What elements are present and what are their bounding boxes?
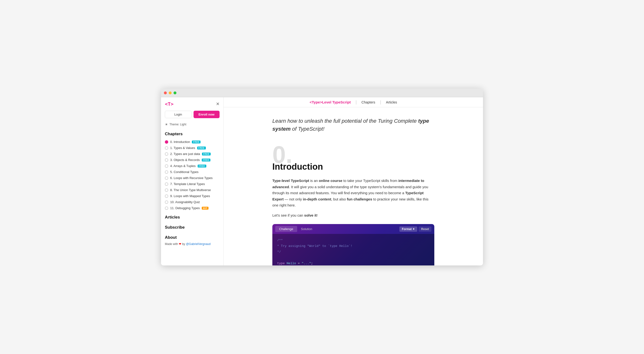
chapter-label: 9. Loops with Mapped Types — [170, 194, 210, 198]
code-line: type Hello = "..."; — [277, 261, 430, 265]
chapter-radio — [165, 158, 168, 162]
close-button[interactable]: ✕ — [216, 101, 220, 107]
chapter-item-8[interactable]: 8. The Union Type Multiverse — [165, 187, 220, 193]
code-line: */ — [277, 249, 430, 255]
chapter-item-3[interactable]: 3. Objects & RecordsFREE — [165, 157, 220, 163]
theme-label: Theme: Light — [170, 123, 186, 126]
sidebar-header: <T> ✕ — [165, 101, 220, 107]
editor-tabs: Challenge Solution Format ✦ Reset — [272, 224, 434, 234]
chapter-badge: FREE — [202, 153, 211, 156]
chapter-label: 1. Types & Values — [170, 146, 195, 150]
about-heading: About — [165, 235, 220, 240]
chapter-radio — [165, 188, 168, 192]
code-line: * Try assigning "World" to `type Hello`! — [277, 244, 430, 249]
theme-icon: ☀ — [165, 123, 168, 126]
chapter-label: 2. Types are just data — [170, 152, 200, 156]
chapter-radio — [165, 152, 168, 156]
chapter-item-6[interactable]: 6. Loops with Recursive Types — [165, 175, 220, 181]
chapter-radio — [165, 200, 168, 204]
nav-link-articles[interactable]: Articles — [386, 100, 397, 104]
nav-link-chapters[interactable]: Chapters — [362, 100, 375, 104]
chapter-label: 10. Assignability Quiz — [170, 200, 200, 204]
heart-icon: ❤ — [179, 242, 181, 246]
chapter-label: 11. Debugging Types — [170, 206, 200, 210]
brand-suffix: >Level TypeScript — [320, 100, 351, 104]
chapter-badge: WIP — [202, 207, 209, 210]
chapter-item-11[interactable]: 11. Debugging TypesWIP — [165, 205, 220, 211]
top-nav: <Type>Level TypeScript | Chapters | Arti… — [224, 97, 483, 107]
nav-divider-2: | — [380, 100, 381, 105]
chapter-label: 4. Arrays & Tuples — [170, 164, 196, 168]
chapter-badge: FREE — [197, 147, 206, 150]
body-text-1: Type-level TypeScript is an online cours… — [272, 177, 434, 208]
chapter-radio — [165, 194, 168, 198]
made-with-text: Made with — [165, 242, 178, 246]
chapter-badge: FREE — [202, 159, 210, 162]
article: Learn how to unleash the full potential … — [266, 107, 440, 265]
chapter-radio — [165, 170, 168, 174]
browser-body: <T> ✕ Login Enroll now ☀ Theme: Light Ch… — [161, 97, 483, 265]
code-area[interactable]: /** * Try assigning "World" to `type Hel… — [272, 234, 434, 265]
chapter-item-10[interactable]: 10. Assignability Quiz — [165, 199, 220, 205]
code-editor: Challenge Solution Format ✦ Reset /** * … — [272, 224, 434, 265]
nav-brand: <Type>Level TypeScript — [310, 100, 351, 104]
enroll-button[interactable]: Enroll now — [194, 111, 220, 118]
chapter-item-4[interactable]: 4. Arrays & TuplesFREE — [165, 163, 220, 169]
chapter-radio — [165, 177, 168, 180]
chapter-title: Introduction — [272, 162, 434, 172]
sidebar-actions: Login Enroll now — [165, 111, 220, 118]
intro-text: Learn how to unleash the full potential … — [272, 117, 434, 133]
subscribe-heading: Subscribe — [165, 225, 220, 230]
theme-row[interactable]: ☀ Theme: Light — [165, 122, 220, 127]
by-text: by — [182, 242, 185, 246]
browser-chrome — [161, 89, 483, 97]
brand-prefix: < — [310, 100, 312, 104]
chapters-heading: Chapters — [165, 132, 220, 137]
chapter-item-1[interactable]: 1. Types & ValuesFREE — [165, 145, 220, 151]
chapter-item-2[interactable]: 2. Types are just dataFREE — [165, 151, 220, 157]
chapter-badge: FREE — [198, 165, 206, 168]
chapter-radio — [165, 182, 168, 186]
chapters-list: 0. IntroductionFREE1. Types & ValuesFREE… — [165, 139, 220, 211]
code-line — [277, 255, 430, 260]
chapter-radio — [165, 140, 168, 144]
close-dot[interactable] — [164, 91, 167, 94]
chapter-radio — [165, 164, 168, 168]
format-button[interactable]: Format ✦ — [399, 226, 417, 232]
browser-window: <T> ✕ Login Enroll now ☀ Theme: Light Ch… — [161, 89, 483, 265]
chapter-radio — [165, 146, 168, 150]
nav-divider: | — [356, 100, 357, 105]
about-text: Made with ❤ by @GabrielVergnaud — [165, 242, 220, 246]
tab-challenge[interactable]: Challenge — [275, 226, 297, 232]
chapter-label: 0. Introduction — [170, 140, 190, 144]
chapter-badge: FREE — [192, 141, 200, 144]
articles-heading: Articles — [165, 215, 220, 220]
solve-prompt: Let's see if you can solve it! — [272, 212, 434, 218]
minimize-dot[interactable] — [169, 91, 172, 94]
main-content: <Type>Level TypeScript | Chapters | Arti… — [224, 97, 483, 265]
reset-button[interactable]: Reset — [419, 226, 432, 232]
chapter-item-9[interactable]: 9. Loops with Mapped Types — [165, 193, 220, 199]
login-button[interactable]: Login — [165, 111, 192, 118]
chapter-item-0[interactable]: 0. IntroductionFREE — [165, 139, 220, 145]
chapter-label: 3. Objects & Records — [170, 158, 200, 162]
tab-solution[interactable]: Solution — [297, 226, 316, 232]
chapter-radio — [165, 206, 168, 210]
fullscreen-dot[interactable] — [174, 91, 176, 94]
tab-group: Challenge Solution — [275, 226, 316, 232]
code-line: /** — [277, 238, 430, 243]
chapter-label: 6. Loops with Recursive Types — [170, 176, 212, 180]
chapter-label: 5. Conditional Types — [170, 170, 198, 174]
chapter-label: 8. The Union Type Multiverse — [170, 188, 211, 192]
chapter-item-5[interactable]: 5. Conditional Types — [165, 169, 220, 175]
chapter-label: 7. Template Literal Types — [170, 182, 205, 186]
chapter-item-7[interactable]: 7. Template Literal Types — [165, 181, 220, 187]
editor-actions: Format ✦ Reset — [399, 226, 432, 232]
brand-type: Type — [312, 100, 320, 104]
sidebar: <T> ✕ Login Enroll now ☀ Theme: Light Ch… — [161, 97, 224, 265]
sidebar-logo: <T> — [165, 101, 174, 107]
author-link[interactable]: @GabrielVergnaud — [186, 242, 210, 246]
